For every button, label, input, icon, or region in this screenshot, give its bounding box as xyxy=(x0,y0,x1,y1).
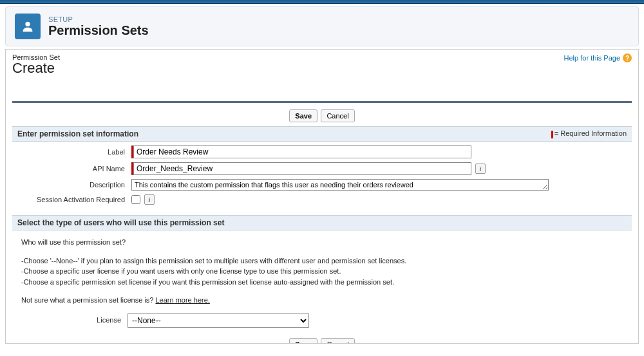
help-line-3: -Choose a specific permission set licens… xyxy=(21,277,623,288)
help-note: Not sure what a permission set license i… xyxy=(21,295,623,306)
header-title: Permission Sets xyxy=(48,23,149,38)
help-icon: ? xyxy=(623,53,632,62)
window-top-border xyxy=(0,0,644,4)
page-title: Create xyxy=(12,60,60,77)
header-eyebrow: SETUP xyxy=(48,15,149,23)
session-activation-info-icon[interactable]: i xyxy=(144,194,155,205)
top-button-row: Save Cancel xyxy=(12,106,632,126)
help-for-page-link[interactable]: Help for this Page ? xyxy=(564,53,632,62)
description-label: Description xyxy=(19,181,131,189)
api-name-info-icon[interactable]: i xyxy=(475,164,486,174)
required-legend: = Required Information xyxy=(551,129,627,138)
svg-point-0 xyxy=(25,22,30,26)
session-activation-checkbox[interactable] xyxy=(131,195,140,204)
content-panel: Permission Set Create Help for this Page… xyxy=(5,49,639,344)
label-input[interactable] xyxy=(133,145,471,158)
section-info-header: Enter permission set information = Requi… xyxy=(12,126,632,142)
help-line-1: -Choose '--None--' if you plan to assign… xyxy=(21,256,623,267)
save-button-bottom[interactable]: Save xyxy=(289,338,317,344)
help-question: Who will use this permission set? xyxy=(21,237,623,248)
license-select[interactable]: --None-- xyxy=(128,314,309,328)
bottom-button-row: Save Cancel xyxy=(12,334,632,344)
session-activation-label: Session Activation Required xyxy=(19,196,131,203)
label-field-label: Label xyxy=(19,148,131,156)
save-button[interactable]: Save xyxy=(289,109,317,122)
api-name-input[interactable] xyxy=(133,162,471,175)
cancel-button-bottom[interactable]: Cancel xyxy=(321,338,354,344)
section-user-type-title: Select the type of users who will use th… xyxy=(17,218,224,227)
description-input[interactable] xyxy=(131,179,549,191)
section-user-type-header: Select the type of users who will use th… xyxy=(12,215,632,230)
section-info-title: Enter permission set information xyxy=(17,129,138,138)
cancel-button[interactable]: Cancel xyxy=(321,109,354,122)
help-line-2: -Choose a specific user license if you w… xyxy=(21,266,623,277)
setup-header: SETUP Permission Sets xyxy=(5,6,639,46)
permission-sets-icon xyxy=(15,14,41,39)
help-link-text: Help for this Page xyxy=(564,54,620,62)
learn-more-link[interactable]: Learn more here. xyxy=(155,296,209,304)
api-name-label: API Name xyxy=(19,165,131,173)
license-label: License xyxy=(21,315,128,326)
section-separator xyxy=(12,101,632,103)
